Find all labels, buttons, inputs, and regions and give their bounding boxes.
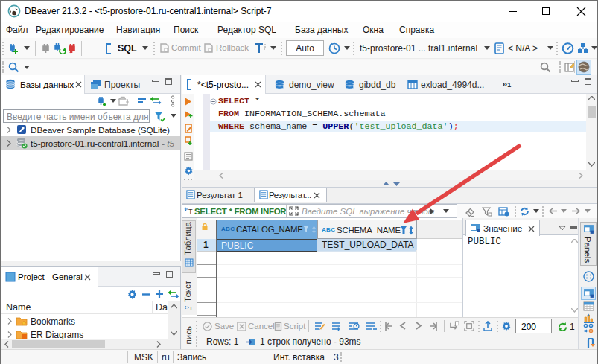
svg-text:T: T <box>188 208 193 215</box>
svg-text:T: T <box>189 305 193 312</box>
